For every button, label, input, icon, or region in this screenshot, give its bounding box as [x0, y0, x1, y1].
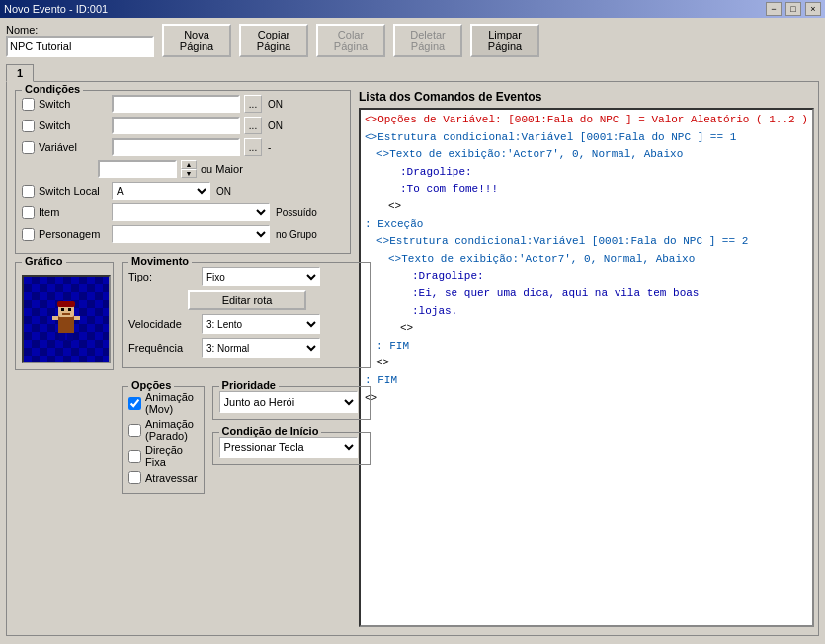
- switch2-input[interactable]: [112, 117, 240, 134]
- variavel-row: Variável ... -: [22, 138, 344, 156]
- name-label: Nome:: [6, 24, 154, 36]
- personagem-select[interactable]: [112, 225, 270, 243]
- direcao-fixa-checkbox[interactable]: [128, 450, 141, 463]
- item-row: Item Possuído: [22, 203, 344, 221]
- velocidade-select[interactable]: 3: Lento: [202, 314, 320, 334]
- variavel-status: -: [268, 142, 271, 153]
- minimize-button[interactable]: −: [766, 2, 782, 16]
- list-item: : FIM: [365, 338, 808, 356]
- list-item: <>Estrutura condicional:Variável [0001:F…: [365, 129, 808, 147]
- colar-pagina-button[interactable]: ColarPágina: [316, 24, 385, 57]
- item-status: Possuído: [276, 207, 317, 218]
- switch1-row: Switch ... ON: [22, 95, 344, 113]
- priority-start-panel: Prioridade Junto ao Herói Condição de In…: [212, 386, 371, 502]
- svg-rect-3: [61, 308, 64, 311]
- item-select[interactable]: [112, 203, 270, 221]
- priority-select[interactable]: Junto ao Herói: [219, 391, 358, 413]
- npc-sprite: [48, 295, 84, 343]
- left-panel: Condições Switch ... ON Switch ... ON: [15, 90, 351, 627]
- name-field-group: Nome:: [6, 24, 154, 57]
- animacao-parado-row: Animação (Parado): [128, 418, 198, 442]
- switch-local-select[interactable]: ABCD: [112, 182, 210, 200]
- conditions-title: Condições: [22, 83, 83, 95]
- tipo-label: Tipo:: [128, 271, 198, 282]
- list-item: :To com fome!!!: [365, 181, 808, 199]
- atravessar-label: Atravessar: [145, 472, 198, 484]
- name-input[interactable]: [6, 36, 154, 57]
- animacao-parado-label: Animação (Parado): [145, 418, 198, 442]
- bottom-panels: Gráfico: [15, 262, 351, 502]
- close-button[interactable]: ×: [805, 2, 821, 16]
- list-item: <>Estrutura condicional:Variável [0001:F…: [365, 233, 808, 251]
- number-input[interactable]: [98, 160, 177, 178]
- tab-1[interactable]: 1: [6, 64, 34, 82]
- animacao-parado-checkbox[interactable]: [128, 424, 141, 437]
- spinner-up[interactable]: ▲: [181, 160, 197, 169]
- item-checkbox[interactable]: [22, 206, 35, 219]
- switch2-checkbox[interactable]: [22, 120, 35, 132]
- options-title: Opções: [128, 379, 174, 391]
- variavel-checkbox[interactable]: [22, 141, 35, 154]
- list-item: : FIM: [365, 372, 808, 390]
- conditions-group: Condições Switch ... ON Switch ... ON: [15, 90, 351, 254]
- ou-maior-label: ou Maior: [201, 163, 243, 175]
- movement-group: Movimento Tipo: Fixo Editar rota Velocid…: [122, 262, 371, 368]
- graphic-preview[interactable]: [22, 275, 111, 363]
- limpar-pagina-button[interactable]: LimparPágina: [470, 24, 539, 57]
- spinner: ▲ ▼: [181, 160, 197, 178]
- options-priority-row: Opções Animação (Mov) Animação (Parado): [122, 386, 371, 502]
- switch2-browse-btn[interactable]: ...: [244, 117, 262, 134]
- personagem-row: Personagem no Grupo: [22, 225, 344, 243]
- switch1-status: ON: [268, 99, 283, 110]
- deletar-pagina-button[interactable]: DeletarPágina: [393, 24, 462, 57]
- maximize-button[interactable]: □: [785, 2, 801, 16]
- start-condition-group: Condição de Início Pressionar Tecla: [212, 432, 371, 465]
- movement-title: Movimento: [128, 255, 192, 267]
- svg-rect-8: [52, 316, 58, 320]
- variavel-input[interactable]: [112, 138, 240, 156]
- spinner-down[interactable]: ▼: [181, 169, 197, 178]
- switch-local-status: ON: [216, 186, 231, 197]
- atravessar-checkbox[interactable]: [128, 471, 141, 484]
- switch1-browse-btn[interactable]: ...: [244, 95, 262, 113]
- svg-rect-2: [57, 301, 75, 307]
- event-list-title: Lista dos Comandos de Eventos: [359, 90, 814, 104]
- priority-title: Prioridade: [219, 379, 279, 391]
- svg-rect-7: [67, 333, 73, 341]
- variavel-label: Variável: [39, 141, 108, 153]
- graphic-group: Gráfico: [15, 262, 114, 502]
- variavel-browse-btn[interactable]: ...: [244, 138, 262, 156]
- event-list[interactable]: <>Opções de Variável: [0001:Fala do NPC …: [359, 108, 814, 627]
- svg-rect-9: [74, 316, 80, 320]
- list-item: <>: [365, 320, 808, 338]
- frequencia-select[interactable]: 3: Normal: [202, 338, 320, 358]
- personagem-checkbox[interactable]: [22, 228, 35, 241]
- list-item: <>: [365, 390, 808, 408]
- personagem-label: Personagem: [39, 228, 108, 240]
- switch2-status: ON: [268, 121, 283, 131]
- start-condition-select[interactable]: Pressionar Tecla: [219, 437, 358, 458]
- editar-rota-button[interactable]: Editar rota: [188, 290, 306, 310]
- tipo-select[interactable]: Fixo: [202, 267, 320, 286]
- item-label: Item: [39, 206, 108, 218]
- svg-rect-5: [62, 313, 70, 315]
- content-area: Condições Switch ... ON Switch ... ON: [6, 81, 819, 636]
- velocidade-row: Velocidade 3: Lento: [128, 314, 364, 334]
- options-group: Opções Animação (Mov) Animação (Parado): [122, 386, 205, 494]
- tipo-row: Tipo: Fixo: [128, 267, 364, 286]
- switch-local-checkbox[interactable]: [22, 185, 35, 198]
- top-bar: Nome: NovaPágina CopiarPágina ColarPágin…: [6, 24, 819, 57]
- number-row: ▲ ▼ ou Maior: [22, 160, 344, 178]
- animacao-mov-checkbox[interactable]: [128, 397, 141, 410]
- nova-pagina-button[interactable]: NovaPágina: [162, 24, 231, 57]
- switch1-input[interactable]: [112, 95, 240, 113]
- graphic-title: Gráfico: [22, 255, 66, 267]
- switch1-label: Switch: [39, 98, 108, 110]
- graphic-box: Gráfico: [15, 262, 114, 370]
- copiar-pagina-button[interactable]: CopiarPágina: [239, 24, 308, 57]
- direcao-fixa-label: Direção Fixa: [145, 444, 198, 468]
- list-item: : Exceção: [365, 216, 808, 234]
- frequencia-row: Frequência 3: Normal: [128, 338, 364, 358]
- frequencia-label: Frequência: [128, 342, 198, 354]
- switch1-checkbox[interactable]: [22, 98, 35, 111]
